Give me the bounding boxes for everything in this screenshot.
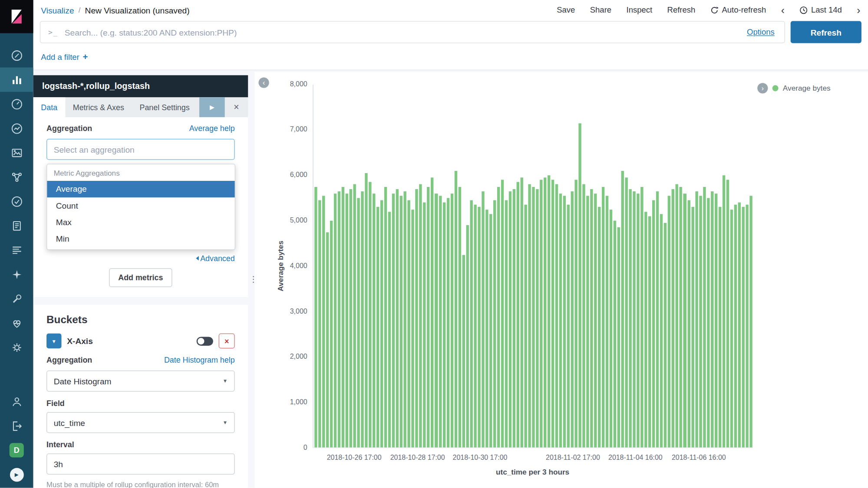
bar[interactable] bbox=[715, 193, 717, 447]
bar[interactable] bbox=[516, 182, 519, 448]
bar[interactable] bbox=[346, 193, 348, 447]
bar[interactable] bbox=[454, 171, 457, 448]
bar[interactable] bbox=[373, 193, 375, 447]
bar[interactable] bbox=[326, 232, 329, 448]
aggregation-select[interactable]: Select an aggregation bbox=[46, 139, 234, 160]
bar[interactable] bbox=[520, 177, 523, 447]
bar[interactable] bbox=[621, 171, 624, 448]
query-options-link[interactable]: Options bbox=[747, 28, 775, 36]
bar[interactable] bbox=[435, 193, 437, 447]
bar[interactable] bbox=[423, 203, 426, 448]
bar[interactable] bbox=[598, 207, 601, 447]
sidebar-item-user[interactable] bbox=[0, 390, 33, 414]
bar[interactable] bbox=[676, 184, 678, 447]
bar[interactable] bbox=[660, 214, 663, 447]
bar[interactable] bbox=[462, 255, 465, 447]
sidebar-item-management[interactable] bbox=[0, 335, 33, 360]
bar[interactable] bbox=[672, 189, 674, 448]
bar[interactable] bbox=[648, 216, 651, 447]
bar[interactable] bbox=[664, 223, 667, 448]
bar[interactable] bbox=[524, 205, 527, 447]
apply-changes-button[interactable]: ▶ bbox=[199, 97, 225, 117]
bucket-collapse-button[interactable]: ▼ bbox=[46, 334, 61, 348]
bar[interactable] bbox=[656, 191, 659, 448]
sidebar-item-timelion[interactable] bbox=[0, 116, 33, 141]
bar[interactable] bbox=[501, 180, 504, 448]
bar[interactable] bbox=[338, 191, 340, 448]
bar[interactable] bbox=[427, 187, 430, 447]
bar[interactable] bbox=[342, 187, 344, 447]
bar[interactable] bbox=[497, 187, 500, 447]
tab-data[interactable]: Data bbox=[33, 97, 65, 117]
bar[interactable] bbox=[726, 180, 729, 448]
bar[interactable] bbox=[392, 193, 395, 447]
share-button[interactable]: Share bbox=[590, 6, 611, 14]
bar[interactable] bbox=[734, 205, 736, 447]
time-back-button[interactable]: ‹ bbox=[781, 5, 785, 15]
add-filter-link[interactable]: Add a filter bbox=[41, 52, 79, 61]
refresh-menu-button[interactable]: Refresh bbox=[667, 6, 696, 14]
kibana-logo[interactable] bbox=[0, 0, 33, 33]
interval-input[interactable] bbox=[46, 454, 234, 475]
bar[interactable] bbox=[528, 184, 531, 447]
bar[interactable] bbox=[586, 196, 589, 447]
bar[interactable] bbox=[470, 200, 472, 448]
average-help-link[interactable]: Average help bbox=[189, 124, 235, 133]
search-input[interactable] bbox=[65, 27, 740, 37]
bar[interactable] bbox=[396, 189, 399, 448]
add-metrics-button[interactable]: Add metrics bbox=[109, 268, 173, 287]
legend-series-label[interactable]: Average bytes bbox=[783, 84, 831, 92]
breadcrumb-visualize-link[interactable]: Visualize bbox=[41, 5, 74, 15]
bar[interactable] bbox=[703, 187, 706, 447]
bar[interactable] bbox=[334, 193, 337, 447]
bar[interactable] bbox=[353, 184, 356, 447]
bar[interactable] bbox=[645, 212, 647, 448]
bar[interactable] bbox=[633, 191, 636, 448]
bar[interactable] bbox=[652, 200, 655, 448]
bar[interactable] bbox=[551, 180, 554, 448]
bar[interactable] bbox=[699, 196, 702, 447]
bar[interactable] bbox=[466, 225, 469, 447]
bar[interactable] bbox=[446, 198, 449, 447]
bar[interactable] bbox=[330, 221, 333, 448]
bar[interactable] bbox=[482, 191, 484, 448]
bar[interactable] bbox=[357, 198, 360, 447]
bar[interactable] bbox=[590, 189, 593, 448]
bar[interactable] bbox=[450, 193, 453, 447]
bar[interactable] bbox=[322, 196, 325, 447]
sidebar-item-apm[interactable] bbox=[0, 262, 33, 286]
bar[interactable] bbox=[380, 200, 383, 448]
bar[interactable] bbox=[512, 189, 515, 448]
bar[interactable] bbox=[361, 191, 364, 448]
time-range-button[interactable]: Last 14d bbox=[799, 6, 842, 14]
sidebar-item-dashboard[interactable] bbox=[0, 92, 33, 116]
bar[interactable] bbox=[350, 189, 352, 448]
bar[interactable] bbox=[738, 203, 740, 448]
dropdown-option-min[interactable]: Min bbox=[47, 231, 234, 247]
bucket-aggregation-select[interactable]: Date Histogram ▼ bbox=[46, 370, 234, 391]
bar[interactable] bbox=[695, 191, 698, 448]
bar[interactable] bbox=[749, 196, 752, 447]
bar[interactable] bbox=[610, 210, 612, 448]
bucket-enable-toggle[interactable] bbox=[197, 337, 213, 345]
bar[interactable] bbox=[376, 207, 379, 447]
bar[interactable] bbox=[571, 191, 574, 448]
bar[interactable] bbox=[594, 193, 597, 447]
bar[interactable] bbox=[419, 184, 422, 447]
bar[interactable] bbox=[606, 196, 608, 447]
bar[interactable] bbox=[489, 214, 492, 447]
dropdown-option-max[interactable]: Max bbox=[47, 214, 234, 230]
bar[interactable] bbox=[474, 205, 476, 447]
bar[interactable] bbox=[431, 177, 434, 447]
advanced-toggle-link[interactable]: Advanced bbox=[196, 254, 235, 262]
bar[interactable] bbox=[742, 207, 744, 447]
field-select[interactable]: utc_time ▼ bbox=[46, 412, 234, 433]
bar[interactable] bbox=[582, 184, 585, 447]
bar[interactable] bbox=[637, 193, 640, 447]
bar[interactable] bbox=[412, 210, 414, 448]
bar[interactable] bbox=[536, 189, 538, 448]
bar[interactable] bbox=[567, 205, 570, 447]
bar[interactable] bbox=[691, 207, 694, 447]
refresh-query-button[interactable]: Refresh bbox=[791, 21, 861, 43]
time-forward-button[interactable]: › bbox=[857, 5, 860, 15]
